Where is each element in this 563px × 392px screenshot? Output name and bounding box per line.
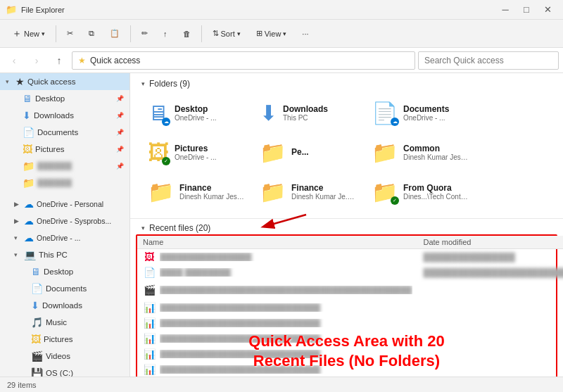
up-button[interactable]: ↑ (49, 51, 69, 70)
pin-icon: 📌 (116, 112, 124, 119)
tile-name: Documents (403, 104, 449, 114)
expand-icon: ▾ (14, 234, 21, 241)
separator-1 (56, 25, 56, 42)
folder-tile-finance1[interactable]: 📁 Finance Dinesh Kumar Jesud...\2022 (141, 173, 251, 210)
check-badge: ✓ (162, 157, 170, 165)
pinned-expand-icon: ▾ (141, 80, 145, 87)
sidebar-item-label: Downloads (34, 111, 113, 120)
cut-button[interactable]: ✂ (61, 24, 80, 44)
sidebar-item-quick-access[interactable]: ▾ ★ Quick access (0, 73, 129, 90)
sidebar-item-label: Music (46, 318, 124, 327)
tile-name: Pictures (175, 144, 216, 153)
view-icon: ⊞ (256, 29, 262, 38)
downloads2-icon: ⬇ (31, 300, 39, 311)
new-button[interactable]: ＋ New ▾ (6, 24, 51, 44)
sidebar-item-videos[interactable]: 🎬 Videos (0, 348, 129, 365)
folder-tile-finance2[interactable]: 📁 Finance Dinesh Kumar Je...\Personal (253, 173, 362, 210)
table-row[interactable]: 📊 ████████████████████████████ ...\Finan… (137, 346, 563, 362)
sidebar-item-pictures2[interactable]: 🖼 Pictures (0, 331, 129, 348)
quick-access-icon: ★ (15, 76, 25, 87)
tile-info: Pe... (291, 147, 309, 157)
more-button[interactable]: ··· (296, 24, 315, 44)
expand-icon: ▾ (14, 251, 21, 258)
recent-files-header[interactable]: ▾ Recent files (20) (130, 218, 563, 234)
share-button[interactable]: ↑ (157, 24, 174, 44)
separator-2 (130, 25, 131, 42)
folder-tile-pe[interactable]: 📁 Pe... (253, 134, 362, 170)
sidebar-item-onedrive-sysprobs[interactable]: ▶ ☁ OneDrive - Sysprobs... (0, 213, 129, 229)
table-row[interactable]: 📊 ████████████████████████████ ...\Finan… (137, 300, 563, 315)
pinned-folders-header[interactable]: ▾ Folders (9) (130, 73, 563, 91)
pin-icon: 📌 (116, 129, 124, 136)
sidebar-item-thispc[interactable]: ▾ 💻 This PC (0, 246, 129, 263)
status-bar: 29 items (0, 377, 563, 392)
sidebar-item-pictures[interactable]: 🖼 Pictures 📌 (0, 141, 129, 158)
tile-info: Pictures OneDrive - ... (175, 144, 216, 161)
sidebar-item-documents[interactable]: 📄 Documents 📌 (0, 124, 129, 141)
folder-tile-desktop[interactable]: 🖥 ☁ Desktop OneDrive - ... (141, 94, 251, 131)
table-row[interactable]: 📊 ████████████████████████████ ...\Finan… (137, 331, 563, 346)
file-name-cell: 📊 ████████████████████████████ (137, 300, 418, 315)
star-icon: ★ (78, 56, 86, 65)
folder-tile-documents[interactable]: 📄 ☁ Documents OneDrive - ... (365, 94, 474, 131)
file-name-cell: 🎬 ██████████████████████████████████████… (137, 280, 418, 300)
folder-tile-fromquora[interactable]: 📁 ✓ From Quora Dines...\Tech Content Ide… (365, 173, 474, 210)
sidebar-item-label: This PC (39, 251, 124, 259)
desktop-icon: 🖥 (23, 93, 32, 104)
paste-button[interactable]: 📋 (103, 24, 126, 44)
tile-path: Dinesh Kumar Je...\Personal (291, 193, 356, 201)
sort-button[interactable]: ⇅ Sort ▾ (206, 24, 247, 44)
check-badge: ✓ (391, 196, 399, 205)
search-input[interactable] (418, 51, 559, 70)
sidebar-item-label: Downloads (42, 301, 124, 310)
separator-3 (201, 25, 202, 42)
toolbar: ＋ New ▾ ✂ ⧉ 📋 ✏ ↑ 🗑 ⇅ Sort ▾ ⊞ View ▾ ··… (0, 20, 563, 48)
close-button[interactable]: ✕ (538, 2, 557, 18)
sidebar-item-desktop[interactable]: 🖥 Desktop 📌 (0, 90, 129, 107)
sidebar-item-label: Documents (37, 128, 113, 137)
folder-tile-icon: 📄 ☁ (372, 100, 398, 126)
tile-path: Dines...\Tech Content Ideas (403, 193, 468, 201)
folder-tile-common[interactable]: 📁 Common Dinesh Kumar Jesu...\Blogs (365, 134, 474, 170)
sidebar-item-label: Desktop (44, 267, 124, 276)
back-button[interactable]: ‹ (4, 51, 24, 70)
sidebar-item-downloads2[interactable]: ⬇ Downloads (0, 297, 129, 314)
sidebar-item-blurred1[interactable]: 📁 ██████ 📌 (0, 158, 129, 175)
tile-name: Finance (291, 183, 356, 193)
minimize-button[interactable]: ─ (495, 2, 515, 18)
pin-icon: 📌 (116, 163, 124, 170)
table-row[interactable]: 📊 ████████████████████████████ ...\nal\F… (137, 315, 563, 331)
sidebar-item-downloads[interactable]: ⬇ Downloads 📌 (0, 107, 129, 124)
tile-path: OneDrive - ... (403, 114, 449, 122)
sidebar-item-desktop2[interactable]: 🖥 Desktop (0, 263, 129, 280)
sidebar-item-documents2[interactable]: 📄 Documents (0, 280, 129, 297)
item-count: 29 items (7, 381, 37, 389)
address-path[interactable]: ★ Quick access (72, 51, 415, 70)
sidebar-item-osc[interactable]: 💾 OS (C:) (0, 365, 129, 377)
table-row[interactable]: 📄 ████ ████████ ████████████████████████… (137, 265, 563, 280)
rename-button[interactable]: ✏ (135, 24, 154, 44)
forward-button[interactable]: › (27, 51, 46, 70)
table-row[interactable]: 🖼 ████████████████ ████████████████ (137, 249, 563, 265)
sidebar-item-label: Documents (46, 284, 124, 293)
maximize-button[interactable]: □ (517, 2, 536, 18)
view-dropdown-icon: ▾ (283, 30, 286, 37)
table-row[interactable]: 📊 ████████████████████████████ ...\Finan… (137, 362, 563, 377)
sidebar-item-onedrive-short[interactable]: ▾ ☁ OneDrive - ... (0, 229, 129, 246)
tile-name: Finance (179, 183, 244, 193)
folder-tile-icon: 📁 (148, 179, 174, 205)
folder-tile-downloads[interactable]: ⬇ Downloads This PC (253, 94, 362, 131)
sidebar-item-music[interactable]: 🎵 Music (0, 314, 129, 331)
copy-button[interactable]: ⧉ (82, 24, 101, 44)
file-date-cell (418, 300, 564, 315)
downloads-icon: ⬇ (23, 110, 31, 121)
tile-path: This PC (283, 114, 328, 122)
sidebar-item-onedrive-personal[interactable]: ▶ ☁ OneDrive - Personal (0, 196, 129, 213)
folder-tile-pictures[interactable]: 🖼 ✓ Pictures OneDrive - ... (141, 134, 251, 170)
sidebar-item-blurred2[interactable]: 📁 ██████ (0, 175, 129, 191)
delete-button[interactable]: 🗑 (177, 24, 197, 44)
pinned-folders-grid: 🖥 ☁ Desktop OneDrive - ... ⬇ Downloads T… (130, 91, 563, 215)
tile-name: Pe... (291, 147, 309, 157)
view-button[interactable]: ⊞ View ▾ (250, 24, 293, 44)
table-row[interactable]: 🎬 ██████████████████████████████████████… (137, 280, 563, 300)
